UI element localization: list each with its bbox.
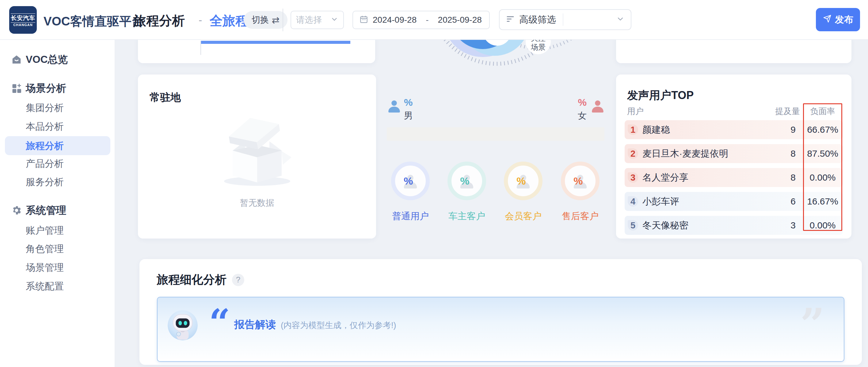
svg-text:关注: 关注 bbox=[531, 40, 546, 42]
tab-full-journey[interactable]: 全旅程 bbox=[210, 12, 248, 29]
sidebar-item-own-product-analysis[interactable]: 本品分析 bbox=[0, 118, 115, 135]
female-label: 女 bbox=[554, 110, 587, 122]
mentions-value: 8 bbox=[753, 168, 796, 187]
sidebar-section-system-management[interactable]: 系统管理 bbox=[0, 202, 115, 219]
rank-badge: 4 bbox=[628, 196, 638, 207]
user-type-percentage: % bbox=[404, 175, 413, 187]
sidebar-section-scene-analysis[interactable]: 场景分析 bbox=[0, 80, 115, 97]
rank-badge: 5 bbox=[628, 220, 638, 231]
sidebar-item-system-config[interactable]: 系统配置 bbox=[0, 277, 115, 295]
voc-dashboard: 长安汽车 CHANGAN VOC客情直驱平台 旅程分析 - 全旅程 切换 ⇄ 请… bbox=[0, 0, 868, 367]
user-type-percentage: % bbox=[517, 175, 526, 187]
sidebar-item-account-management[interactable]: 账户管理 bbox=[0, 222, 115, 240]
swap-arrows-icon: ⇄ bbox=[272, 15, 280, 26]
sidebar-item-label: 账户管理 bbox=[26, 224, 64, 237]
switch-label: 切换 bbox=[252, 14, 269, 26]
mentions-value: 3 bbox=[753, 216, 796, 235]
user-type-member: % 会员客户 bbox=[495, 161, 551, 222]
grid-plus-icon bbox=[11, 83, 22, 94]
mentions-value: 6 bbox=[753, 192, 796, 211]
switch-button[interactable]: 切换 ⇄ bbox=[244, 11, 287, 29]
mentions-value: 8 bbox=[753, 144, 796, 163]
report-note: (内容为模型生成，仅作为参考!) bbox=[281, 320, 396, 331]
ai-robot-avatar bbox=[168, 310, 198, 340]
sidebar-item-voc-overview[interactable]: VOC总览 bbox=[0, 51, 115, 68]
column-header-user: 用户 bbox=[627, 106, 644, 117]
residence-card-title: 常驻地 bbox=[150, 90, 181, 104]
select-placeholder: 请选择 bbox=[296, 14, 331, 26]
report-label: 报告解读 bbox=[234, 318, 276, 332]
male-label: 男 bbox=[404, 110, 413, 122]
date-range-picker[interactable]: 2024-09-28 - 2025-09-28 bbox=[352, 11, 490, 29]
sidebar-item-label: 场景管理 bbox=[26, 261, 64, 274]
male-person-icon bbox=[387, 97, 402, 115]
breadcrumb-separator: - bbox=[198, 14, 202, 26]
ring-chart: % bbox=[391, 161, 430, 200]
sidebar-section-label: 系统管理 bbox=[26, 204, 66, 217]
sidebar-item-service-analysis[interactable]: 服务分析 bbox=[0, 173, 115, 191]
user-type-label: 普通用户 bbox=[392, 210, 429, 222]
journey-detail-card: 旅程细化分析 ? bbox=[140, 259, 862, 365]
user-type-label: 售后客户 bbox=[562, 210, 598, 222]
publish-button[interactable]: 发布 bbox=[816, 8, 860, 31]
date-separator: - bbox=[421, 15, 433, 25]
help-icon[interactable]: ? bbox=[232, 274, 244, 286]
ring-chart: % bbox=[561, 161, 599, 200]
user-name: 麦日旦木·麦麦提依明 bbox=[643, 144, 728, 163]
gear-icon bbox=[11, 205, 22, 216]
rank-badge: 3 bbox=[628, 172, 638, 183]
mentions-value: 9 bbox=[753, 120, 796, 139]
scene-wheel-chart: 安全 关注 场景 bbox=[422, 40, 612, 80]
filter-divider bbox=[563, 13, 563, 26]
top-users-title: 发声用户TOP bbox=[627, 88, 693, 103]
main-content: 安全 关注 场景 常驻地 bbox=[115, 40, 868, 367]
sidebar-item-journey-analysis[interactable]: 旅程分析 bbox=[0, 137, 115, 155]
changan-logo: 长安汽车 CHANGAN bbox=[9, 6, 37, 34]
sidebar-item-scene-management[interactable]: 场景管理 bbox=[0, 259, 115, 277]
card-divider-line bbox=[200, 41, 201, 55]
sidebar-item-label: 角色管理 bbox=[26, 243, 64, 255]
sidebar-item-product-analysis[interactable]: 产品分析 bbox=[0, 155, 115, 173]
user-type-percentage: % bbox=[460, 175, 469, 187]
svg-text:场景: 场景 bbox=[531, 43, 546, 51]
sidebar-item-label: VOC总览 bbox=[26, 53, 68, 66]
residence-card: 常驻地 暂无数据 bbox=[138, 74, 376, 239]
user-name: 小彭车评 bbox=[643, 192, 679, 211]
blue-tab-indicator bbox=[200, 41, 350, 44]
open-quote-icon: “ bbox=[209, 301, 230, 345]
logo-text-cn: 长安汽车 bbox=[11, 13, 35, 23]
sidebar-section-label: 场景分析 bbox=[26, 82, 66, 95]
publish-label: 发布 bbox=[835, 13, 853, 26]
sidebar-nav: VOC总览 场景分析 集团分析 本品分析 旅程分析 产品分析 服务分析 bbox=[0, 40, 115, 367]
sidebar-item-label: 集团分析 bbox=[26, 101, 64, 114]
app-title: VOC客情直驱平台 bbox=[43, 13, 144, 30]
sidebar-item-label: 系统配置 bbox=[26, 280, 64, 293]
journey-detail-title: 旅程细化分析 bbox=[157, 272, 226, 287]
user-name: 冬天像秘密 bbox=[643, 216, 688, 235]
sidebar-item-label: 本品分析 bbox=[26, 120, 64, 133]
female-percentage: % bbox=[554, 97, 587, 108]
user-name: 名人堂分享 bbox=[643, 168, 688, 187]
negative-rate-highlight-box bbox=[803, 103, 842, 231]
advanced-filter-select[interactable]: 高级筛选 bbox=[499, 9, 631, 30]
rank-badge: 1 bbox=[628, 124, 638, 135]
home-icon bbox=[11, 54, 22, 65]
date-end[interactable]: 2025-09-28 bbox=[438, 15, 482, 25]
header-divider bbox=[283, 8, 283, 31]
sidebar-item-group-analysis[interactable]: 集团分析 bbox=[0, 99, 115, 117]
user-type-label: 会员客户 bbox=[505, 210, 541, 222]
logo-text-en: CHANGAN bbox=[13, 23, 32, 27]
sidebar-item-label: 产品分析 bbox=[26, 157, 64, 170]
user-type-normal: % 普通用户 bbox=[382, 161, 439, 222]
female-person-icon bbox=[590, 97, 605, 115]
scene-select[interactable]: 请选择 bbox=[290, 11, 344, 29]
sidebar-item-label: 服务分析 bbox=[26, 176, 64, 189]
ring-chart: % bbox=[504, 161, 542, 200]
clipped-card-right bbox=[616, 40, 851, 63]
sidebar-item-role-management[interactable]: 角色管理 bbox=[0, 240, 115, 258]
send-icon bbox=[823, 14, 832, 26]
date-start[interactable]: 2024-09-28 bbox=[373, 15, 416, 25]
user-type-aftersales: % 售后客户 bbox=[552, 161, 609, 222]
chevron-down-icon bbox=[616, 15, 625, 25]
top-header: 长安汽车 CHANGAN VOC客情直驱平台 旅程分析 - 全旅程 切换 ⇄ 请… bbox=[0, 0, 868, 40]
